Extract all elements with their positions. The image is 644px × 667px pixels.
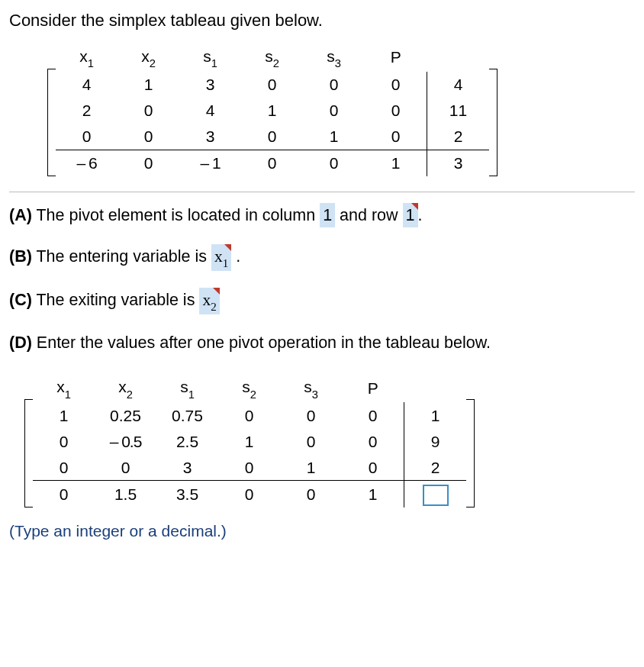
part-b-label: (B) [9,247,32,266]
tableau-2: x1 x2 s1 s2 s3 P 10.250.750001 0– 0.52.5… [24,374,475,507]
table-row: 0– 0.52.51009 [33,428,466,454]
answer-input[interactable] [423,485,449,506]
part-d-label: (D) [9,334,32,352]
header-row: x1 x2 s1 s2 s3 P [56,44,489,72]
pivot-column-answer[interactable]: 1 [320,203,335,227]
table-row-objective: – 60– 10013 [56,150,489,176]
table-row: 0030102 [56,124,489,150]
part-d: (D) Enter the values after one pivot ope… [9,331,635,354]
pivot-row-answer[interactable]: 1 [403,203,418,227]
divider [9,192,635,192]
exiting-variable-answer[interactable]: x2 [199,288,219,314]
bracket-right [489,69,497,176]
entering-variable-answer[interactable]: x1 [211,244,231,271]
part-b: (B) The entering variable is x1 . [9,244,635,271]
tableau-2-table: x1 x2 s1 s2 s3 P 10.250.750001 0– 0.52.5… [33,374,466,507]
intro-text: Consider the simplex tableau given below… [9,9,635,33]
header-row: x1 x2 s1 s2 s3 P [33,374,466,402]
help-text: (Type an integer or a decimal.) [9,520,635,542]
tableau-1-table: x1 x2 s1 s2 s3 P 4130004 20410011 003010… [56,44,489,176]
part-a-label: (A) [9,206,32,224]
table-row: 4130004 [56,72,489,98]
part-c-label: (C) [9,291,32,309]
bracket-right [466,399,475,507]
table-row: 10.250.750001 [33,402,466,428]
part-c: (C) The exiting variable is x2 [9,288,635,314]
bracket-left [24,399,33,507]
table-row: 20410011 [56,98,489,124]
table-row: 0030102 [33,454,466,481]
table-row-objective: 01.53.5001 [33,481,466,508]
bracket-left [47,69,56,176]
part-a: (A) The pivot element is located in colu… [9,203,635,227]
tableau-1: x1 x2 s1 s2 s3 P 4130004 20410011 003010… [47,44,497,176]
